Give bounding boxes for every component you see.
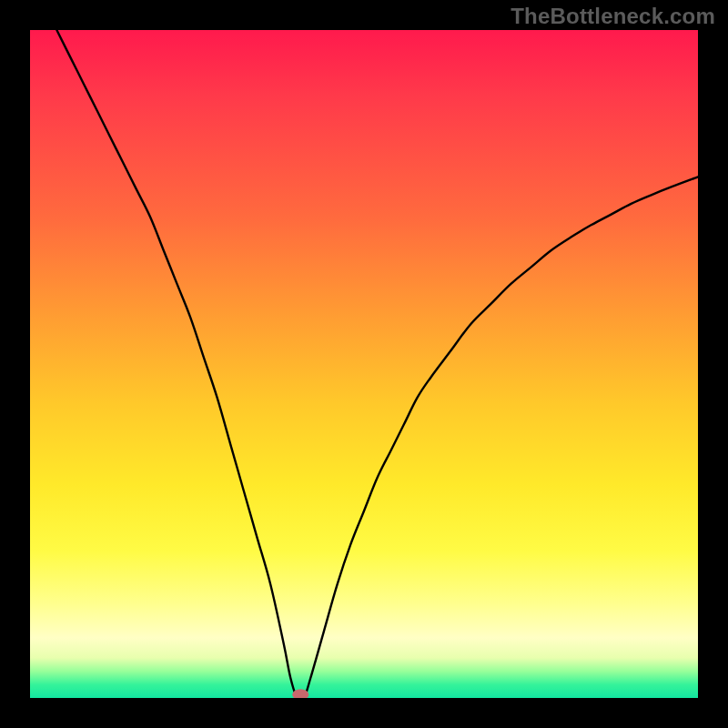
curve-layer [30,30,698,698]
plot-area [30,30,698,698]
watermark-text: TheBottleneck.com [511,4,715,29]
bottleneck-curve-path [56,30,698,698]
chart-frame: TheBottleneck.com [0,0,728,728]
